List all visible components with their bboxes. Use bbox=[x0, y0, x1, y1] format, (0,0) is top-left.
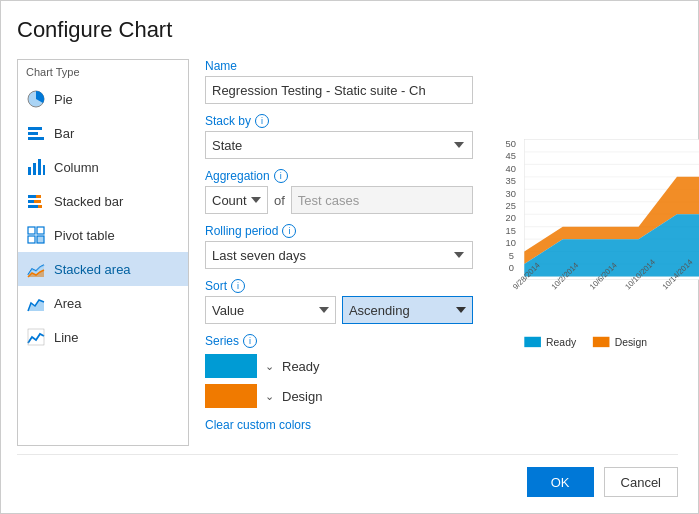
chart-preview-panel: 50 45 40 35 30 25 20 15 10 5 0 bbox=[489, 59, 699, 446]
svg-rect-1 bbox=[28, 127, 42, 130]
sort-value-select[interactable]: Value bbox=[205, 296, 336, 324]
stack-by-label: Stack by i bbox=[205, 114, 473, 128]
series-item-design: ⌄ Design bbox=[205, 384, 473, 408]
svg-text:30: 30 bbox=[505, 189, 515, 199]
svg-text:10: 10 bbox=[505, 238, 515, 248]
series-info-icon[interactable]: i bbox=[243, 334, 257, 348]
svg-text:35: 35 bbox=[505, 176, 515, 186]
svg-rect-14 bbox=[28, 227, 35, 234]
series-label: Series i bbox=[205, 334, 473, 348]
stacked-bar-icon bbox=[26, 191, 46, 211]
svg-text:45: 45 bbox=[505, 151, 515, 161]
series-item-ready: ⌄ Ready bbox=[205, 354, 473, 378]
chart-type-line[interactable]: Line bbox=[18, 320, 188, 354]
svg-text:25: 25 bbox=[505, 201, 515, 211]
sort-info-icon[interactable]: i bbox=[231, 279, 245, 293]
series-chevron-design[interactable]: ⌄ bbox=[265, 390, 274, 403]
legend-design-color bbox=[593, 337, 610, 347]
svg-rect-9 bbox=[36, 195, 41, 198]
chart-type-area[interactable]: Area bbox=[18, 286, 188, 320]
legend-ready-color bbox=[524, 337, 541, 347]
chart-type-stacked-area[interactable]: Stacked area bbox=[18, 252, 188, 286]
svg-rect-11 bbox=[34, 200, 41, 203]
sort-row: Value Ascending bbox=[205, 296, 473, 324]
name-label: Name bbox=[205, 59, 473, 73]
dialog-footer: OK Cancel bbox=[17, 454, 678, 497]
aggregation-of-text: of bbox=[274, 193, 285, 208]
svg-rect-17 bbox=[37, 236, 44, 243]
dialog-title: Configure Chart bbox=[17, 17, 678, 43]
stack-by-info-icon[interactable]: i bbox=[255, 114, 269, 128]
series-color-design[interactable] bbox=[205, 384, 257, 408]
series-chevron-ready[interactable]: ⌄ bbox=[265, 360, 274, 373]
rolling-period-field-group: Rolling period i Last seven days bbox=[205, 224, 473, 269]
svg-text:20: 20 bbox=[505, 214, 515, 224]
aggregation-field-group: Aggregation i Count of bbox=[205, 169, 473, 214]
chart-type-pie[interactable]: Pie bbox=[18, 82, 188, 116]
cancel-button[interactable]: Cancel bbox=[604, 467, 678, 497]
svg-rect-7 bbox=[43, 165, 45, 175]
aggregation-info-icon[interactable]: i bbox=[274, 169, 288, 183]
rolling-period-select[interactable]: Last seven days bbox=[205, 241, 473, 269]
aggregation-row: Count of bbox=[205, 186, 473, 214]
ok-button[interactable]: OK bbox=[527, 467, 594, 497]
dialog-body: Chart Type Pie Bar bbox=[17, 59, 678, 446]
svg-rect-2 bbox=[28, 132, 38, 135]
chart-type-bar-label: Bar bbox=[54, 126, 74, 141]
chart-svg: 50 45 40 35 30 25 20 15 10 5 0 bbox=[489, 59, 699, 438]
svg-rect-12 bbox=[28, 205, 38, 208]
column-icon bbox=[26, 157, 46, 177]
svg-rect-3 bbox=[28, 137, 44, 140]
stack-by-select[interactable]: State bbox=[205, 131, 473, 159]
rolling-period-info-icon[interactable]: i bbox=[282, 224, 296, 238]
chart-type-pie-label: Pie bbox=[54, 92, 73, 107]
chart-type-stacked-bar-label: Stacked bar bbox=[54, 194, 123, 209]
svg-rect-10 bbox=[28, 200, 34, 203]
rolling-period-label: Rolling period i bbox=[205, 224, 473, 238]
pivot-icon bbox=[26, 225, 46, 245]
name-input[interactable] bbox=[205, 76, 473, 104]
svg-text:40: 40 bbox=[505, 164, 515, 174]
svg-rect-16 bbox=[28, 236, 35, 243]
sort-dir-select[interactable]: Ascending bbox=[342, 296, 473, 324]
configure-chart-dialog: Configure Chart Chart Type Pie bbox=[0, 0, 699, 514]
svg-rect-6 bbox=[38, 159, 41, 175]
chart-type-line-label: Line bbox=[54, 330, 79, 345]
svg-rect-4 bbox=[28, 167, 31, 175]
clear-custom-colors-link[interactable]: Clear custom colors bbox=[205, 418, 473, 432]
svg-text:0: 0 bbox=[509, 263, 514, 273]
svg-text:5: 5 bbox=[509, 251, 514, 261]
aggregation-text-input bbox=[291, 186, 473, 214]
pie-icon bbox=[26, 89, 46, 109]
svg-text:15: 15 bbox=[505, 226, 515, 236]
sort-label: Sort i bbox=[205, 279, 473, 293]
stacked-area-icon bbox=[26, 259, 46, 279]
aggregation-select[interactable]: Count bbox=[205, 186, 268, 214]
chart-type-stacked-area-label: Stacked area bbox=[54, 262, 131, 277]
svg-rect-8 bbox=[28, 195, 36, 198]
chart-type-pivot-table[interactable]: Pivot table bbox=[18, 218, 188, 252]
chart-type-bar[interactable]: Bar bbox=[18, 116, 188, 150]
chart-type-column-label: Column bbox=[54, 160, 99, 175]
name-field-group: Name bbox=[205, 59, 473, 104]
series-name-design: Design bbox=[282, 389, 322, 404]
chart-type-stacked-bar[interactable]: Stacked bar bbox=[18, 184, 188, 218]
chart-type-pivot-label: Pivot table bbox=[54, 228, 115, 243]
area-icon bbox=[26, 293, 46, 313]
chart-type-label: Chart Type bbox=[18, 60, 188, 82]
chart-area: 50 45 40 35 30 25 20 15 10 5 0 bbox=[489, 59, 699, 446]
aggregation-label: Aggregation i bbox=[205, 169, 473, 183]
series-name-ready: Ready bbox=[282, 359, 320, 374]
svg-rect-5 bbox=[33, 163, 36, 175]
sort-field-group: Sort i Value Ascending bbox=[205, 279, 473, 324]
svg-rect-15 bbox=[37, 227, 44, 234]
chart-type-panel: Chart Type Pie Bar bbox=[17, 59, 189, 446]
chart-type-column[interactable]: Column bbox=[18, 150, 188, 184]
series-color-ready[interactable] bbox=[205, 354, 257, 378]
legend-design-label: Design bbox=[614, 337, 647, 348]
line-icon bbox=[26, 327, 46, 347]
chart-type-area-label: Area bbox=[54, 296, 81, 311]
series-section: Series i ⌄ Ready ⌄ Design Clear custom c… bbox=[205, 334, 473, 432]
stack-by-field-group: Stack by i State bbox=[205, 114, 473, 159]
svg-text:50: 50 bbox=[505, 139, 515, 149]
